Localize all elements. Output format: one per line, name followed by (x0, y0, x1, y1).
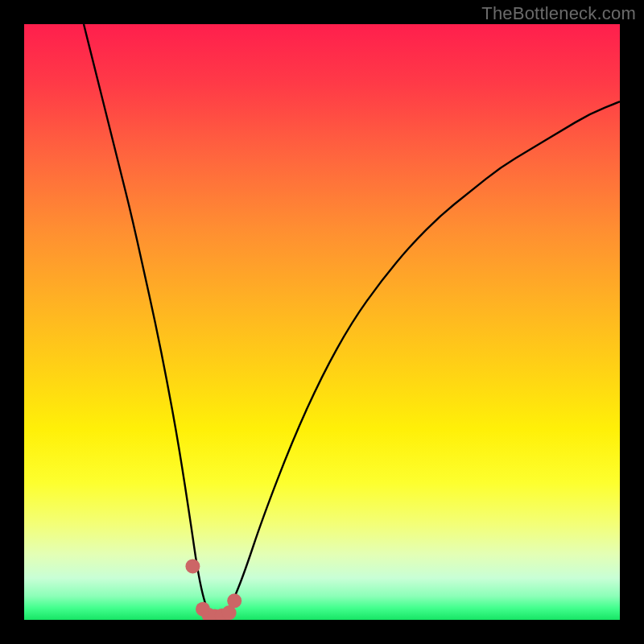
highlighted-point (227, 593, 242, 608)
watermark-text: TheBottleneck.com (481, 3, 636, 24)
plot-area (24, 24, 620, 620)
highlighted-points-group (185, 559, 242, 620)
bottleneck-curve-svg (24, 24, 620, 620)
bottleneck-curve-path (84, 24, 620, 620)
chart-frame: TheBottleneck.com (0, 0, 644, 644)
highlighted-point (185, 559, 200, 573)
